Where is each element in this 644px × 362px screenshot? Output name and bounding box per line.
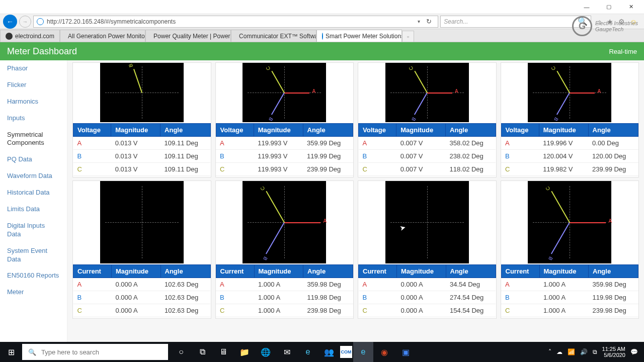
edge-icon[interactable]: e [298,342,318,362]
maximize-button[interactable]: ▢ [598,1,620,13]
meter-card: BVoltageMagnitudeAngleA0.013 V109.11 Deg… [72,62,211,177]
sidebar-item[interactable]: Limits Data [0,201,67,218]
ie-taskbar-icon[interactable]: e [353,342,373,362]
sidebar-item[interactable]: System Event Data [0,243,67,268]
tab-smart-power[interactable]: Smart Power Meter Solutions✕ [316,30,402,42]
angle-cell: 0.00 Deg [588,137,638,150]
chrome-icon[interactable]: 🌐 [256,342,276,362]
tab-comm[interactable]: Communicator EXT™ Software... [231,30,316,42]
table-row: B1.000 A119.98 Deg [216,291,353,304]
dropdown-icon[interactable]: ▾ [418,19,420,24]
sidebar-item[interactable]: Phasor [0,60,67,77]
mag-cell: 119.993 V [254,150,303,163]
tray-up-icon[interactable]: ˄ [548,348,551,355]
url-input[interactable] [47,18,415,25]
close-button[interactable]: ✕ [620,1,642,13]
angle-cell: 119.98 Deg [303,291,353,304]
sidebar-item[interactable]: Symmetrical Components [0,127,67,152]
monitor-icon[interactable]: 🖥 [213,342,233,362]
mag-cell: 0.007 V [396,150,446,163]
wifi-icon[interactable]: 📶 [568,348,575,355]
notifications-icon[interactable]: 💬 [630,348,638,355]
data-table: VoltageMagnitudeAngleA119.993 V359.99 De… [216,123,354,176]
start-button[interactable]: ⊞ [0,342,22,362]
mag-cell: 0.000 A [397,291,446,304]
phasor-diagram: B [100,63,184,122]
app-icon[interactable]: COM [340,346,352,358]
forward-button[interactable]: → [19,16,31,28]
minimize-button[interactable]: — [576,1,598,13]
browser-search-wrap[interactable]: 🔍 [440,16,591,28]
tab-electroind[interactable]: electroind.com [0,30,60,42]
new-tab-button[interactable]: ▫ [402,31,414,42]
phasor-diagram: ABC [528,63,611,122]
mag-cell: 1.000 A [254,304,303,317]
data-table: CurrentMagnitudeAngleA1.000 A359.98 DegB… [501,264,639,317]
angle-cell: 239.99 Deg [588,163,638,176]
sidebar-item[interactable]: Historical Data [0,185,67,201]
tab-pq[interactable]: Power Quality Meter | Power M... [145,30,231,42]
sidebar-item[interactable]: EN50160 Reports [0,267,67,284]
teams-icon[interactable]: 👥 [319,342,339,362]
table-row: B0.000 A102.63 Deg [73,291,211,304]
powerpoint-icon[interactable]: ◉ [374,342,394,362]
table-row: B0.013 V109.11 Deg [73,150,211,163]
mag-cell: 119.996 V [539,137,588,150]
lang-icon[interactable]: ⧉ [593,348,597,355]
mag-cell: 1.000 A [254,291,303,304]
col-header: Magnitude [254,124,303,137]
clock-time: 11:25 AM [602,346,625,352]
table-row: B120.004 V120.00 Deg [501,150,638,163]
tab-label: Power Quality Meter | Power M... [153,33,231,40]
phase-cell: A [359,278,397,291]
angle-cell: 120.00 Deg [588,150,638,163]
phasor-diagram: ABC [243,63,326,122]
refresh-button[interactable]: ↻ [423,18,435,25]
phase-cell: C [501,304,539,317]
sidebar-item[interactable]: Flicker [0,77,67,94]
phase-cell: A [73,278,112,291]
col-header: Current [359,265,397,278]
table-row: A1.000 A359.98 Deg [216,278,353,291]
url-field-wrap[interactable]: ▾ ↻ [33,16,438,28]
volume-icon[interactable]: 🔊 [580,348,588,355]
taskbar-clock[interactable]: 11:25 AM 5/6/2020 [602,346,625,358]
favicon-icon [322,33,323,40]
table-row: A1.000 A359.98 Deg [501,278,638,291]
browser-search-input[interactable] [444,18,578,25]
tab-bar: electroind.com All Generation Power Moni… [0,29,644,42]
camera-icon[interactable]: ▣ [395,342,416,362]
taskbar-search[interactable]: 🔍 Type here to search [22,344,168,360]
sidebar-item[interactable]: Waveform Data [0,168,67,185]
mail-icon[interactable]: ✉ [277,342,297,362]
angle-cell: 34.54 Deg [446,278,496,291]
sidebar-item[interactable]: Digital Inputs Data [0,218,67,243]
angle-cell: 239.98 Deg [303,304,353,317]
table-row: C0.000 A102.63 Deg [73,304,211,317]
sidebar-item[interactable]: PQ Data [0,151,67,168]
explorer-icon[interactable]: 📁 [234,342,255,362]
col-header: Current [501,265,539,278]
table-row: C119.982 V239.99 Deg [501,163,638,176]
col-header: Magnitude [111,124,160,137]
mag-cell: 0.000 A [397,304,446,317]
realtime-label: Real-time [609,48,637,55]
sidebar-item[interactable]: Harmonics [0,94,67,110]
taskview-icon[interactable]: ⧉ [192,342,212,362]
sidebar-item[interactable]: Meter [0,284,67,301]
cortana-icon[interactable]: ○ [171,342,191,362]
tab-allgen[interactable]: All Generation Power Monitori... [60,30,145,42]
phase-cell: C [359,304,397,317]
windows-taskbar: ⊞ 🔍 Type here to search ○ ⧉ 🖥 📁 🌐 ✉ e 👥 … [0,342,644,362]
table-row: C0.007 V118.02 Deg [359,163,496,176]
phase-cell: A [501,278,539,291]
cloud-icon[interactable]: ☁ [556,348,562,355]
sidebar-item[interactable]: Inputs [0,110,67,127]
col-header: Magnitude [254,265,303,278]
mag-cell: 0.013 V [111,163,160,176]
phase-cell: C [73,163,111,176]
back-button[interactable]: ← [3,15,17,29]
phase-cell: C [216,304,254,317]
tab-label: electroind.com [15,33,54,40]
phase-cell: A [359,137,396,150]
